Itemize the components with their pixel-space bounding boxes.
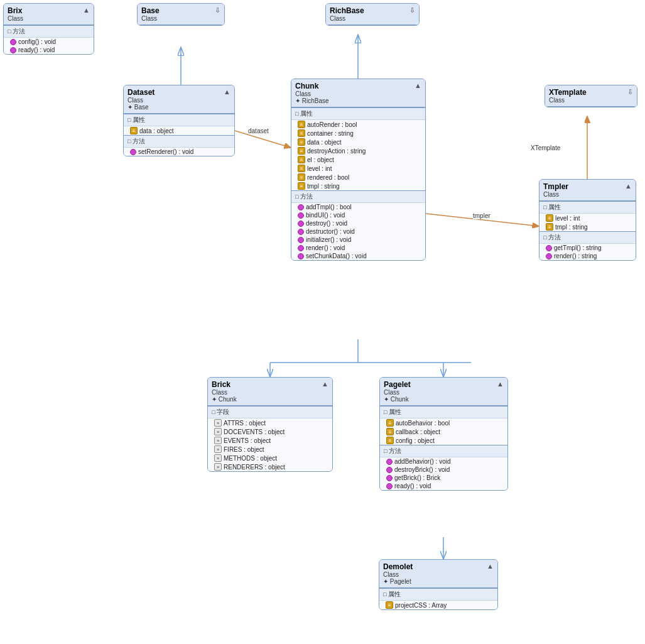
brix-method-ready[interactable]: ready() : void (4, 46, 94, 54)
brix-class-type: Class (8, 15, 23, 22)
brick-field-docevents[interactable]: ≡ DOCEVENTS : object (208, 427, 332, 436)
base-collapse-icon[interactable]: ⇩ (215, 6, 220, 14)
brix-collapse-icon[interactable]: ▲ (83, 6, 90, 14)
method-icon (546, 253, 552, 259)
richbase-header: RichBase Class ⇩ (326, 4, 419, 25)
method-icon (298, 212, 304, 219)
chunk-method-destructor[interactable]: destructor() : void (291, 227, 425, 236)
chunk-header: Chunk Class ✦ RichBase ▲ (291, 79, 425, 107)
chunk-method-render[interactable]: render() : void (291, 244, 425, 252)
richbase-collapse-icon[interactable]: ⇩ (409, 6, 415, 14)
brix-methods-header[interactable]: □ 方法 (4, 26, 94, 38)
chunk-attr-data[interactable]: ≡ data : object (291, 138, 425, 146)
brick-fields-header[interactable]: □ 字段 (208, 407, 332, 418)
method-icon (546, 245, 552, 251)
pagelet-attrs-header[interactable]: □ 属性 (380, 407, 507, 418)
dataset-methods-toggle: □ (127, 138, 131, 145)
tmpler-method-render[interactable]: render() : string (539, 252, 636, 260)
pagelet-method-getbrick[interactable]: getBrick() : Brick (380, 474, 507, 482)
pagelet-box: Pagelet Class ✦ Chunk ▲ □ 属性 ≡ autoBehav… (379, 377, 508, 491)
chunk-class-type: Class (295, 90, 329, 97)
brix-method-config[interactable]: config() : void (4, 38, 94, 46)
dataset-class-parent: ✦ Base (127, 104, 154, 111)
brick-fields-section: □ 字段 ≡ ATTRS : object ≡ DOCEVENTS : obje… (208, 406, 332, 471)
demolet-attr-projectcss[interactable]: ≡ projectCSS : Array (379, 601, 497, 609)
chunk-attr-rendered[interactable]: ≡ rendered : bool (291, 173, 425, 182)
chunk-methods-section: □ 方法 addTmpl() : bool bindUI() : void de… (291, 190, 425, 260)
pagelet-attr-config[interactable]: ≡ config : object (380, 436, 507, 445)
pagelet-class-type: Class (384, 389, 411, 396)
xtemplate-class-name: XTemplate (549, 88, 587, 97)
pagelet-method-ready[interactable]: ready() : void (380, 482, 507, 490)
demolet-class-type: Class (383, 571, 413, 578)
brick-field-attrs[interactable]: ≡ ATTRS : object (208, 418, 332, 427)
chunk-attrs-header[interactable]: □ 属性 (291, 108, 425, 120)
dataset-attr-data-text: data : object (139, 128, 173, 134)
chunk-method-addtmpl[interactable]: addTmpl() : bool (291, 203, 425, 211)
chunk-method-setchunkdata[interactable]: setChunkData() : void (291, 252, 425, 260)
method-icon (298, 229, 304, 235)
demolet-collapse-icon[interactable]: ▲ (487, 562, 494, 570)
tmpler-attrs-header[interactable]: □ 属性 (539, 202, 636, 214)
pagelet-method-addbehavior[interactable]: addBehavior() : void (380, 457, 507, 466)
tmpler-attrs-label: 属性 (548, 203, 561, 212)
brick-field-events[interactable]: ≡ EVENTS : object (208, 436, 332, 445)
pagelet-attr-callback[interactable]: ≡ callback : object (380, 427, 507, 436)
dataset-box: Dataset Class ✦ Base ▲ □ 属性 ≡ data : obj… (123, 85, 235, 156)
chunk-attrs-section: □ 属性 ≡ autoRender : bool ≡ container : s… (291, 107, 425, 190)
xtemplate-collapse-icon[interactable]: ⇩ (627, 88, 633, 96)
dataset-methods-section: □ 方法 setRenderer() : void (124, 135, 234, 156)
chunk-attr-container[interactable]: ≡ container : string (291, 129, 425, 138)
richbase-class-name: RichBase (330, 6, 364, 15)
brix-header-left: Brix Class (8, 6, 23, 22)
xtemplate-header-left: XTemplate Class (549, 88, 587, 104)
richbase-box: RichBase Class ⇩ (325, 3, 420, 26)
chunk-header-left: Chunk Class ✦ RichBase (295, 82, 329, 104)
dataset-collapse-icon[interactable]: ▲ (224, 88, 230, 96)
pagelet-attr-autobehavior[interactable]: ≡ autoBehavior : bool (380, 418, 507, 427)
chunk-method-initializer[interactable]: initializer() : void (291, 236, 425, 244)
chunk-attr-level[interactable]: ≡ level : int (291, 164, 425, 173)
field-icon: ≡ (214, 445, 222, 453)
tmpler-class-name: Tmpler (543, 182, 568, 191)
prop-icon: ≡ (386, 601, 393, 609)
demolet-class-parent: ✦ Pagelet (383, 578, 413, 585)
dataset-attr-data[interactable]: ≡ data : object (124, 126, 234, 135)
brick-box: Brick Class ✦ Chunk ▲ □ 字段 ≡ ATTRS : obj… (207, 377, 333, 472)
chunk-method-bindui[interactable]: bindUI() : void (291, 211, 425, 219)
method-icon (386, 467, 393, 473)
dataset-methods-header[interactable]: □ 方法 (124, 136, 234, 148)
base-header-left: Base Class (141, 6, 160, 22)
prop-icon: ≡ (298, 165, 305, 172)
tmpler-attr-tmpl[interactable]: ≡ tmpl : string (539, 222, 636, 231)
richbase-header-left: RichBase Class (330, 6, 364, 22)
tmpler-collapse-icon[interactable]: ▲ (625, 182, 632, 190)
chunk-attr-autorender[interactable]: ≡ autoRender : bool (291, 120, 425, 129)
dataset-method-setrenderer[interactable]: setRenderer() : void (124, 148, 234, 156)
tmpler-methods-label: 方法 (548, 233, 561, 242)
chunk-methods-header[interactable]: □ 方法 (291, 191, 425, 203)
pagelet-header: Pagelet Class ✦ Chunk ▲ (380, 378, 507, 406)
brick-field-fires[interactable]: ≡ FIRES : object (208, 445, 332, 454)
dataset-attrs-header[interactable]: □ 属性 (124, 114, 234, 126)
brick-collapse-icon[interactable]: ▲ (322, 380, 328, 388)
pagelet-class-name: Pagelet (384, 380, 411, 389)
chunk-collapse-icon[interactable]: ▲ (415, 82, 421, 89)
pagelet-collapse-icon[interactable]: ▲ (497, 380, 504, 388)
demolet-attrs-label: 属性 (388, 590, 401, 599)
tmpler-method-gettmpl[interactable]: getTmpl() : string (539, 244, 636, 252)
chunk-attr-tmpl[interactable]: ≡ tmpl : string (291, 182, 425, 190)
tmpler-attr-level[interactable]: ≡ level : int (539, 214, 636, 222)
pagelet-method-destroybrick[interactable]: destroyBrick() : void (380, 466, 507, 474)
tmpler-attrs-section: □ 属性 ≡ level : int ≡ tmpl : string (539, 201, 636, 231)
chunk-method-destroy[interactable]: destroy() : void (291, 219, 425, 227)
chunk-attr-el[interactable]: ≡ el : object (291, 155, 425, 164)
base-class-type: Class (141, 15, 160, 22)
brick-field-renderers[interactable]: ≡ RENDERERS : object (208, 462, 332, 471)
demolet-attrs-header[interactable]: □ 属性 (379, 589, 497, 601)
pagelet-methods-header[interactable]: □ 方法 (380, 445, 507, 457)
chunk-attr-destroyaction[interactable]: ≡ destroyAction : string (291, 146, 425, 155)
tmpler-methods-header[interactable]: □ 方法 (539, 232, 636, 244)
brick-field-methods[interactable]: ≡ METHODS : object (208, 454, 332, 462)
prop-icon: ≡ (130, 127, 138, 134)
